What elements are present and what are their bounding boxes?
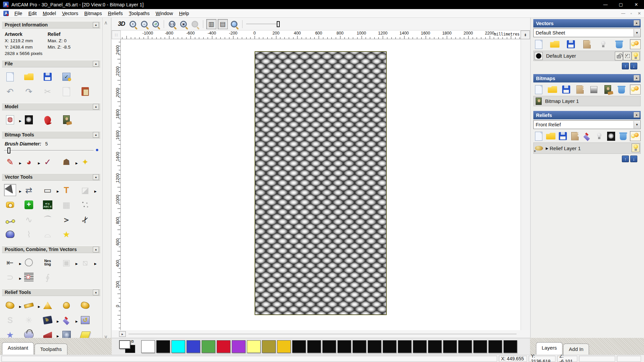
collapse-button[interactable]: ▲ (634, 20, 640, 26)
menu-vectors[interactable]: Vectors (59, 10, 81, 17)
flyout-arrow-icon[interactable]: ▶ (19, 305, 21, 308)
interlock-vectors-icon[interactable]: ∮ (42, 271, 54, 283)
colour-picker-icon[interactable]: ✓ (42, 156, 54, 168)
smooth-relief-icon[interactable] (42, 299, 54, 311)
layer-visibility-icon[interactable] (598, 39, 608, 49)
relief-pattern-bitmap[interactable] (255, 51, 387, 315)
paste-icon[interactable] (79, 85, 91, 98)
dropdown-arrow-icon[interactable]: ▼ (634, 121, 640, 128)
palette-icon[interactable]: ☗ (60, 156, 72, 168)
delete-relief-layer-icon[interactable] (618, 131, 629, 141)
invert-relief-icon[interactable]: ↺ (79, 314, 91, 326)
colour-swatch-21[interactable] (458, 340, 472, 353)
vector-layer-row[interactable]: Default Layer (533, 51, 641, 61)
relief-from-image-icon[interactable] (42, 314, 54, 326)
tab-toolpaths[interactable]: Toolpaths (35, 344, 67, 355)
vector-sheet-dropdown[interactable]: Default Sheet ▼ (533, 28, 641, 37)
redo-icon[interactable]: ↷ (23, 85, 35, 98)
primary-colour-swatch[interactable] (119, 340, 130, 349)
zoom-in-icon[interactable]: + (128, 19, 138, 29)
colour-swatch-9[interactable] (277, 340, 291, 353)
brush-diameter-slider[interactable] (4, 147, 94, 154)
drawing-canvas[interactable] (121, 39, 521, 330)
clear-bitmap-layer-icon[interactable] (589, 84, 599, 95)
flyout-arrow-icon[interactable]: ▶ (94, 262, 97, 265)
bitmap-layer-row[interactable]: Bitmap Layer 1 (533, 96, 641, 106)
colour-swatch-2[interactable] (171, 340, 185, 353)
menu-window[interactable]: Window (153, 10, 176, 17)
erase-vectors-icon[interactable]: ◪ (79, 184, 91, 196)
lock-layer-button[interactable] (615, 52, 623, 60)
tab-assistant[interactable]: Assistant (2, 342, 34, 355)
relief-visibility-icon[interactable] (594, 131, 604, 141)
link-colours-icon[interactable]: ⧉ (131, 339, 134, 344)
move-layer-down-button[interactable]: ↓ (630, 63, 637, 69)
cut-icon[interactable]: ✂ (42, 85, 54, 98)
join-vectors-icon[interactable]: ⊃ (4, 271, 16, 283)
flyout-arrow-icon[interactable]: ▶ (75, 320, 78, 323)
flyout-arrow-icon[interactable]: ▶ (19, 190, 21, 193)
vector-texture-icon[interactable] (23, 271, 35, 283)
greyscale-relief-icon[interactable] (606, 131, 616, 141)
free-sketch-icon[interactable]: ∿ (23, 214, 35, 226)
flyout-arrow-icon[interactable]: ▶ (75, 262, 78, 265)
mdi-minimize-button[interactable]: — (621, 11, 626, 16)
colour-swatch-4[interactable] (202, 340, 215, 353)
dropdown-arrow-icon[interactable]: ▼ (634, 29, 640, 37)
set-model-size-icon[interactable] (4, 114, 16, 126)
scroll-up-icon[interactable]: ∧ (104, 20, 108, 26)
move-layer-down-button[interactable]: ↓ (630, 156, 637, 162)
colour-swatch-10[interactable] (292, 340, 306, 353)
save-vector-layer-icon[interactable] (566, 39, 576, 49)
pane-splitter-button[interactable]: ▸ (119, 331, 126, 337)
new-relief-layer-icon[interactable] (533, 131, 544, 141)
create-polyline-icon[interactable]: + (23, 199, 35, 211)
colour-swatch-6[interactable] (232, 340, 246, 353)
flyout-arrow-icon[interactable]: ▶ (94, 190, 97, 193)
collapse-button[interactable]: ▲ (93, 104, 99, 110)
colour-swatch-17[interactable] (398, 340, 412, 353)
colour-swatch-14[interactable] (353, 340, 366, 353)
mushroom-relief-icon[interactable] (60, 299, 72, 311)
save-bitmap-layer-icon[interactable] (561, 84, 572, 95)
open-vector-layer-icon[interactable] (549, 39, 560, 49)
zoom-selection-icon[interactable] (190, 19, 200, 29)
new-bitmap-layer-icon[interactable] (533, 84, 544, 95)
collapse-button[interactable]: ▲ (93, 22, 99, 28)
colour-swatch-13[interactable] (337, 340, 351, 353)
colour-swatch-7[interactable] (247, 340, 261, 353)
nesting-icon[interactable]: Nes ting (42, 256, 54, 268)
smart-engrave-icon[interactable]: S (4, 314, 16, 326)
paint-brush-icon[interactable]: ✎ (4, 156, 16, 168)
flyout-arrow-icon[interactable]: ▶ (57, 335, 59, 338)
create-text-icon[interactable]: T (60, 184, 72, 196)
colour-swatch-24[interactable] (503, 340, 517, 353)
primary-secondary-colour-chip[interactable]: ⧉ (119, 340, 138, 354)
colour-swatch-20[interactable] (443, 340, 457, 353)
flyout-arrow-icon[interactable]: ▶ (19, 162, 21, 165)
ruler-options-button[interactable]: ⇟ (521, 31, 530, 39)
flood-fill-icon[interactable]: ◕ (23, 156, 35, 168)
delete-bitmap-layer-icon[interactable] (616, 84, 627, 95)
node-editing-icon[interactable] (4, 214, 16, 226)
colour-swatch-11[interactable] (307, 340, 321, 353)
toggle-all-vector-layers-icon[interactable] (630, 39, 641, 49)
layer-colour-button[interactable] (535, 52, 543, 60)
maximize-button[interactable]: ▢ (613, 0, 629, 9)
toggle-3d-view-button[interactable]: 3D (116, 19, 126, 29)
measure-icon[interactable] (4, 199, 16, 211)
colour-swatch-16[interactable] (383, 340, 396, 353)
canvas-horizontal-scrollbar[interactable]: ▸ (112, 330, 530, 338)
mdi-restore-button[interactable]: ▫ (629, 11, 634, 16)
flyout-arrow-icon[interactable]: ▶ (57, 320, 59, 323)
merge-vector-layers-icon[interactable] (582, 39, 592, 49)
toggle-vector-view-icon[interactable]: ▤ (218, 19, 228, 29)
toggle-bitmap-view-icon[interactable]: ▥ (206, 19, 216, 29)
collapse-button[interactable]: ▲ (93, 290, 99, 295)
paste-along-curve-icon[interactable] (79, 199, 91, 211)
collapse-button[interactable]: ▲ (634, 112, 640, 118)
preview-relief-icon[interactable] (229, 19, 239, 29)
group-vectors-icon[interactable]: ▣ (60, 256, 72, 268)
transform-vectors-icon[interactable]: ⇄ (23, 184, 35, 196)
ruler-origin-button[interactable]: ∷ (112, 31, 121, 39)
